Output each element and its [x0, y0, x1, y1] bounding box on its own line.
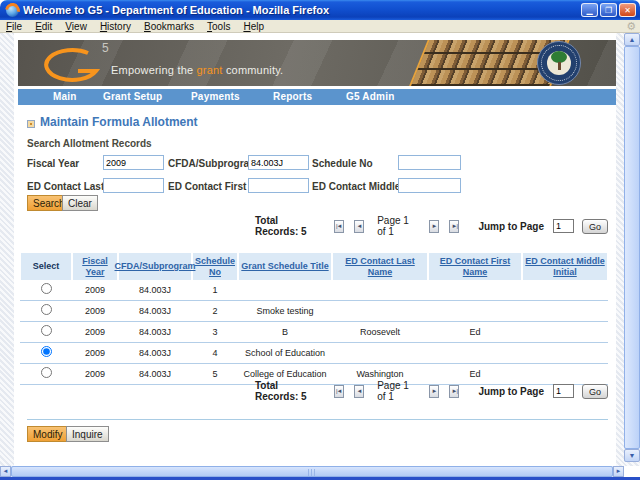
select-cell [20, 364, 72, 385]
jump-to-page-input[interactable] [553, 384, 574, 398]
schedule-no-cell: 4 [192, 343, 238, 364]
horizontal-scrollbar-thumb[interactable] [11, 466, 613, 477]
main-navigation: Main Grant Setup Payments Reports G5 Adm… [18, 89, 616, 105]
column-ed-contact-first-name[interactable]: ED Contact First Name [429, 253, 521, 280]
pagination-bottom: Total Records: 5 |◄ ◄ Page 1 of 1 ► ►| J… [255, 383, 608, 399]
vertical-scrollbar[interactable]: ▲ ▼ [624, 33, 640, 462]
nav-payments[interactable]: Payments [191, 91, 240, 102]
column-grant-schedule-title[interactable]: Grant Schedule Title [239, 253, 331, 280]
first-page-button[interactable]: |◄ [334, 220, 344, 233]
modify-button[interactable]: Modify [27, 426, 68, 442]
ed-contact-first-name-input[interactable] [248, 178, 309, 193]
first-page-button[interactable]: |◄ [334, 385, 344, 398]
menu-bookmarks[interactable]: Bookmarks [144, 21, 194, 32]
row-select-radio[interactable] [41, 325, 52, 336]
table-header-row: Select Fiscal Year CFDA/Subprogram Sched… [20, 253, 608, 280]
scroll-up-arrow-icon[interactable]: ▲ [624, 33, 640, 46]
ed-contact-last-name-input[interactable] [103, 178, 164, 193]
column-ed-contact-middle-initial[interactable]: ED Contact Middle Initial [523, 253, 607, 280]
scroll-left-arrow-icon[interactable]: ◄ [0, 466, 11, 477]
schedule-no-cell: 1 [192, 280, 238, 301]
fiscal-year-cell: 2009 [72, 343, 118, 364]
menu-help[interactable]: Help [243, 21, 264, 32]
pagination-top: Total Records: 5 |◄ ◄ Page 1 of 1 ► ►| J… [255, 218, 608, 234]
fiscal-year-cell: 2009 [72, 322, 118, 343]
throbber-icon: ⚙ [626, 20, 636, 32]
schedule-no-input[interactable] [398, 155, 461, 170]
ed-contact-middle-initial-input[interactable] [398, 178, 461, 193]
nav-reports[interactable]: Reports [273, 91, 312, 102]
column-fiscal-year[interactable]: Fiscal Year [73, 253, 117, 280]
scroll-down-arrow-icon[interactable]: ▼ [624, 449, 640, 462]
banner-tagline: Empowering the grant community. [111, 64, 283, 76]
nav-grant-setup[interactable]: Grant Setup [103, 91, 162, 102]
jump-to-page-input[interactable] [553, 219, 574, 233]
cfda-cell: 84.003J [118, 280, 192, 301]
last-page-button[interactable]: ►| [449, 220, 459, 233]
cfda-cell: 84.003J [118, 343, 192, 364]
fiscal-year-cell: 2009 [72, 301, 118, 322]
last-name-cell [332, 301, 428, 322]
fiscal-year-label: Fiscal Year [27, 158, 79, 169]
column-cfda-subprogram[interactable]: CFDA/Subprogram [119, 253, 191, 280]
middle-initial-cell [522, 322, 608, 343]
menu-history[interactable]: History [100, 21, 131, 32]
cfda-subprogram-input[interactable] [248, 155, 309, 170]
menu-edit[interactable]: Edit [35, 21, 52, 32]
column-select: Select [21, 253, 71, 280]
first-name-cell [428, 301, 522, 322]
vertical-scrollbar-thumb[interactable] [624, 46, 640, 449]
scroll-right-arrow-icon[interactable]: ► [613, 466, 624, 477]
minimize-button[interactable]: ▁ [581, 3, 598, 17]
first-name-cell: Ed [428, 364, 522, 385]
middle-initial-cell [522, 343, 608, 364]
next-page-button[interactable]: ► [429, 385, 439, 398]
nav-main[interactable]: Main [53, 91, 77, 102]
row-select-radio[interactable] [41, 367, 52, 378]
cfda-cell: 84.003J [118, 364, 192, 385]
g5-logo [40, 46, 102, 82]
allotment-results-table: Select Fiscal Year CFDA/Subprogram Sched… [20, 253, 608, 385]
close-button[interactable]: ✕ [619, 3, 636, 17]
fiscal-year-input[interactable] [103, 155, 164, 170]
select-cell [20, 322, 72, 343]
maximize-button[interactable]: ❐ [600, 3, 617, 17]
page-title-icon [27, 120, 35, 128]
ed-seal-icon [537, 41, 581, 85]
g5-banner: 5 Empowering the grant community. [18, 40, 616, 86]
firefox-icon [6, 4, 19, 17]
clear-button[interactable]: Clear [62, 195, 98, 211]
column-ed-contact-last-name[interactable]: ED Contact Last Name [333, 253, 427, 280]
first-name-cell [428, 280, 522, 301]
grant-schedule-title-cell: Smoke testing [238, 301, 332, 322]
row-select-radio[interactable] [41, 346, 52, 357]
nav-g5-admin[interactable]: G5 Admin [346, 91, 394, 102]
page-title: Maintain Formula Allotment [40, 115, 198, 129]
last-page-button[interactable]: ►| [449, 385, 459, 398]
total-records: Total Records: 5 [255, 215, 314, 237]
grant-schedule-title-cell: School of Education [238, 343, 332, 364]
window-title: Welcome to G5 - Department of Education … [23, 4, 581, 16]
row-select-radio[interactable] [41, 304, 52, 315]
schedule-no-cell: 2 [192, 301, 238, 322]
menu-file[interactable]: File [6, 21, 22, 32]
jump-to-page-label: Jump to Page [478, 221, 544, 232]
go-button[interactable]: Go [582, 219, 608, 234]
next-page-button[interactable]: ► [429, 220, 439, 233]
tagline-suffix: community. [223, 64, 284, 76]
tagline-highlight: grant [197, 64, 223, 76]
inquire-button[interactable]: Inquire [66, 426, 109, 442]
previous-page-button[interactable]: ◄ [354, 220, 364, 233]
column-schedule-no[interactable]: Schedule No [193, 253, 237, 280]
last-name-cell [332, 343, 428, 364]
table-row: 2009 84.003J 3 B Roosevelt Ed [20, 322, 608, 343]
menu-tools[interactable]: Tools [207, 21, 230, 32]
go-button[interactable]: Go [582, 384, 608, 399]
row-select-radio[interactable] [41, 283, 52, 294]
horizontal-scrollbar[interactable]: ◄ ► [0, 466, 624, 477]
cfda-subprogram-label: CFDA/Subprogram [168, 158, 258, 169]
table-row: 2009 84.003J 1 [20, 280, 608, 301]
previous-page-button[interactable]: ◄ [354, 385, 364, 398]
menu-view[interactable]: View [65, 21, 87, 32]
last-name-cell [332, 280, 428, 301]
